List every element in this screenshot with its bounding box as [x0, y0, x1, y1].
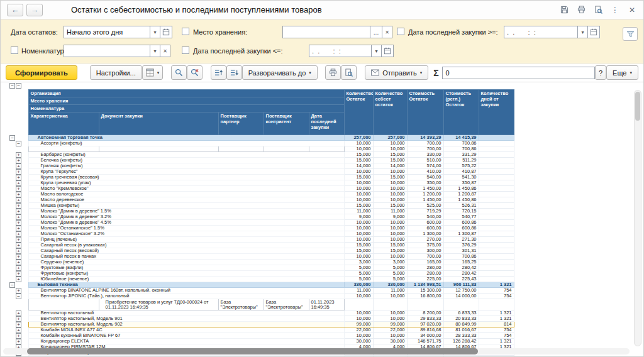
cell-name[interactable]: Молоко "Домик в деревне" 3.2%: [28, 214, 344, 220]
cell-qty[interactable]: 30,000: [344, 339, 373, 344]
cell-qty_cost[interactable]: 10,000: [373, 146, 407, 152]
cell-days[interactable]: [479, 146, 514, 152]
cell-qty_cost[interactable]: 5,000: [373, 277, 407, 282]
preview-button-titlebar[interactable]: [593, 5, 603, 15]
horizontal-scrollbar-thumb[interactable]: [27, 348, 478, 354]
cell-qty[interactable]: 99,000: [344, 322, 373, 327]
cell-qty_cost[interactable]: 15,000: [373, 152, 407, 158]
header-last-purchase-date[interactable]: Дата последней закупки: [309, 113, 344, 135]
cell-qty_cost[interactable]: 5,000: [373, 265, 407, 271]
cell-name[interactable]: Масло "Кремлевское": [28, 186, 344, 192]
purchase-ge-input[interactable]: . . : :: [504, 26, 578, 38]
table-row[interactable]: +Грильяж (конфеты)14,00014,000574,00575,…: [3, 163, 514, 169]
cell-days[interactable]: [479, 299, 514, 310]
nomenclature-dropdown-button[interactable]: ▾: [150, 45, 160, 57]
header-days[interactable]: Количество дней от закупки: [479, 90, 514, 135]
cell-cost[interactable]: 600,00: [407, 220, 443, 226]
table-row[interactable]: +Вентилятор настольный, Модель 90110,000…: [3, 316, 514, 322]
cell-qty_cost[interactable]: 14,000: [373, 163, 407, 169]
purchase-le-checkbox[interactable]: [182, 47, 189, 54]
cell-cost[interactable]: 14 393,29: [407, 135, 443, 141]
cell-cost_regl[interactable]: 225,43: [443, 277, 479, 282]
cell-qty[interactable]: 10,000: [344, 146, 373, 152]
cell-cost_regl[interactable]: 271,30: [443, 237, 479, 243]
send-button[interactable]: Отправить ▾: [365, 65, 428, 80]
expand-row-icon[interactable]: +: [16, 265, 21, 271]
expand-row-icon[interactable]: +: [16, 220, 21, 226]
cell-name[interactable]: Бытовая техника: [28, 282, 344, 288]
collapse-row-icon[interactable]: −: [9, 135, 15, 141]
cell-cost[interactable]: 8 200,00: [407, 310, 443, 316]
cell-name[interactable]: Сахарный песок (весовой): [28, 248, 344, 254]
cell-cost[interactable]: 280,00: [407, 265, 443, 271]
cell-qty_cost[interactable]: 9,000: [373, 214, 407, 220]
cell-cost_regl[interactable]: 700,86: [443, 141, 479, 146]
cell-qty[interactable]: 257,000: [344, 135, 373, 141]
cell-cost[interactable]: 165,00: [407, 260, 443, 265]
expand-row-icon[interactable]: +: [16, 254, 21, 260]
storage-checkbox[interactable]: [182, 28, 189, 35]
cell-qty_cost[interactable]: 99,000: [373, 322, 407, 327]
expand-row-icon[interactable]: +: [16, 339, 21, 344]
vertical-scrollbar-thumb[interactable]: [635, 92, 640, 121]
cell-qty[interactable]: 11,000: [344, 288, 373, 294]
print-preview-button[interactable]: [341, 65, 357, 80]
cell-qty[interactable]: [344, 299, 373, 310]
expand-row-icon[interactable]: +: [16, 175, 21, 180]
table-row[interactable]: +Вентилятор BINATONE ALPINE 160вт, напол…: [3, 288, 514, 294]
find-button[interactable]: [171, 65, 187, 80]
expand-row-icon[interactable]: +: [16, 209, 21, 214]
header-supplier-contragent[interactable]: Поставщик контрагент: [264, 113, 309, 135]
cell-name[interactable]: Крупа гречневая (весовая): [28, 175, 344, 180]
cell-qty[interactable]: 22,000: [344, 327, 373, 333]
cell-days[interactable]: [479, 152, 514, 158]
cell-qty[interactable]: 10,000: [344, 186, 373, 192]
cell-cost[interactable]: 1 200,00: [407, 192, 443, 197]
cell-days[interactable]: [479, 260, 514, 265]
autosum-button[interactable]: Σ: [433, 68, 438, 78]
cell-cost_regl[interactable]: 511,29: [443, 158, 479, 163]
table-row[interactable]: +Мишка (конфеты)15,00015,000525,00526,31: [3, 203, 514, 209]
cell-doc[interactable]: Приобретение товаров и услуг ТД00-000024…: [99, 299, 218, 310]
cell-cost_regl[interactable]: 14 415,39: [443, 135, 479, 141]
expand-row-icon[interactable]: +: [16, 192, 21, 197]
expand-row-icon[interactable]: +: [16, 333, 21, 339]
group-row[interactable]: −Бытовая техника330,000330,0001 134 998,…: [3, 282, 514, 288]
header-supplier-partner[interactable]: Поставщик партнер: [218, 113, 264, 135]
header-qty-cost[interactable]: Количество себест остаток: [373, 90, 407, 135]
cell-cost_regl[interactable]: 80 849,99: [443, 322, 479, 327]
cell-name[interactable]: Крупа гречневая (упак): [28, 180, 344, 186]
cell-cost[interactable]: 540,00: [407, 214, 443, 220]
table-row[interactable]: +Сердечко (печенье)3,0003,000165,00165,2…: [3, 260, 514, 265]
cell-cost_regl[interactable]: 280,42: [443, 265, 479, 271]
cell-cost[interactable]: 146 571,75: [407, 339, 443, 344]
cell-days[interactable]: [479, 141, 514, 146]
cell-qty_cost[interactable]: 30,000: [373, 339, 407, 344]
cell-qty[interactable]: 11,000: [344, 209, 373, 214]
cell-qty[interactable]: 5,000: [344, 265, 373, 271]
cell-cost[interactable]: 719,29: [407, 209, 443, 214]
cell-cost_regl[interactable]: 540,77: [443, 214, 479, 220]
expand-row-icon[interactable]: +: [16, 197, 21, 203]
balance-date-dropdown-button[interactable]: ▾: [150, 26, 160, 38]
cell-days[interactable]: [479, 163, 514, 169]
cell-cost_regl[interactable]: 541,30: [443, 175, 479, 180]
cell-days[interactable]: [479, 180, 514, 186]
print-button[interactable]: [325, 65, 341, 80]
cell-qty[interactable]: 15,000: [344, 203, 373, 209]
cell-cost_regl[interactable]: 720,15: [443, 209, 479, 214]
cell-qty_cost[interactable]: 10,000: [373, 294, 407, 299]
table-row[interactable]: +Принц (печенье)10,00010,000270,00271,30: [3, 237, 514, 243]
cell-qty_cost[interactable]: 257,000: [373, 135, 407, 141]
cell-name[interactable]: Комбайн кухонный BINATONE FP 67: [28, 333, 344, 339]
table-row[interactable]: +Молоко "Домик в деревне" 4.5%10,00010,0…: [3, 220, 514, 226]
cell-cost[interactable]: 525,00: [407, 203, 443, 209]
header-cost[interactable]: Стоимость Остаток: [407, 90, 443, 135]
collapse-row-icon[interactable]: −: [9, 282, 15, 288]
cell-qty_cost[interactable]: 10,000: [373, 220, 407, 226]
cell-days[interactable]: [479, 158, 514, 163]
generate-button[interactable]: Сформировать: [6, 65, 77, 80]
cell-days[interactable]: 1 321: [479, 339, 514, 344]
cell-days[interactable]: [479, 175, 514, 180]
cell-qty[interactable]: 330,000: [344, 282, 373, 288]
